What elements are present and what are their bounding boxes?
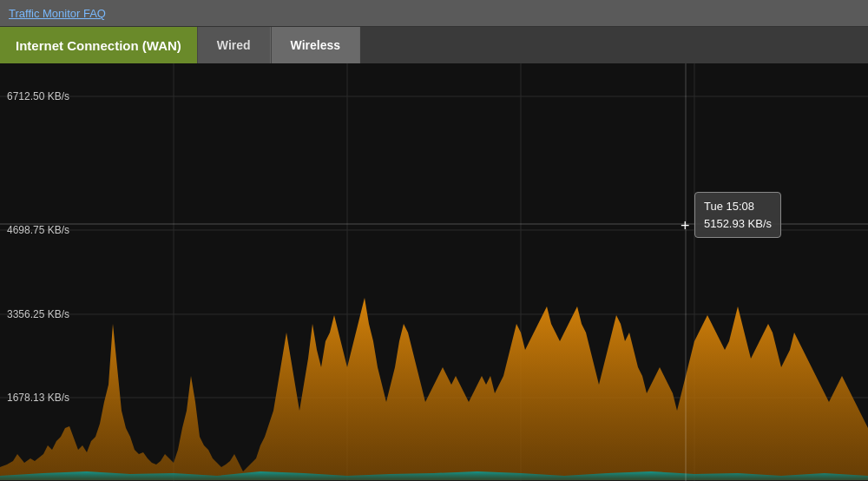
tab-wan-label: Internet Connection (WAN) (16, 38, 181, 53)
faq-link[interactable]: Traffic Monitor FAQ (9, 7, 106, 20)
y-label-1: 6712.50 KB/s (7, 90, 69, 102)
tab-wireless[interactable]: Wireless (271, 27, 360, 63)
chart-area: + 6712.50 KB/s 4698.75 KB/s 3356.25 KB/s… (0, 63, 868, 481)
tab-wireless-label: Wireless (291, 38, 340, 52)
crosshair-plus: + (681, 217, 690, 234)
y-label-2: 4698.75 KB/s (7, 224, 69, 236)
traffic-area-orange (0, 298, 868, 480)
y-label-4: 1678.13 KB/s (7, 392, 69, 404)
tab-wired-label: Wired (217, 38, 251, 52)
y-label-3: 3356.25 KB/s (7, 308, 69, 320)
traffic-chart: + (0, 63, 868, 481)
tab-bar: Internet Connection (WAN) Wired Wireless (0, 27, 868, 63)
title-bar: Traffic Monitor FAQ (0, 0, 868, 27)
tab-wan[interactable]: Internet Connection (WAN) (0, 27, 197, 63)
tab-wired[interactable]: Wired (197, 27, 271, 63)
